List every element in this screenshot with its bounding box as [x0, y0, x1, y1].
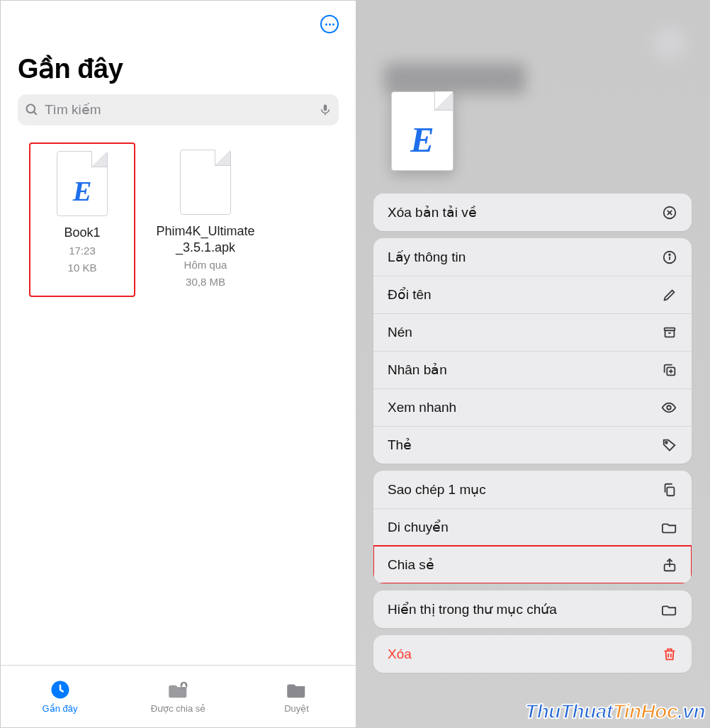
menu-quick-look[interactable]: Xem nhanh — [373, 388, 692, 426]
eye-icon — [660, 400, 677, 415]
page-title: Gần đây — [1, 33, 356, 94]
svg-line-1 — [34, 112, 37, 115]
svg-point-18 — [667, 405, 671, 410]
menu-rename[interactable]: Đổi tên — [373, 276, 692, 313]
ellipsis-icon — [325, 23, 334, 26]
menu-show-in-folder[interactable]: Hiển thị trong thư mục chứa — [373, 590, 692, 628]
circle-x-icon — [662, 205, 677, 220]
shared-folder-icon — [168, 679, 189, 700]
folder-icon — [662, 520, 677, 535]
tab-label: Được chia sẻ — [151, 703, 205, 714]
file-size: 10 KB — [32, 261, 133, 275]
menu-delete[interactable]: Xóa — [373, 635, 692, 673]
svg-rect-2 — [324, 105, 327, 111]
folder-icon — [286, 679, 308, 700]
menu-remove-download[interactable]: Xóa bản tải về — [373, 194, 692, 231]
svg-point-12 — [669, 254, 670, 255]
context-menu: Xóa bản tải về Lấy thông tin Đổi tên Nén — [373, 194, 692, 673]
tab-bar: Gần đây Được chia sẻ Duyệt — [1, 665, 356, 727]
tab-recent[interactable]: Gần đây — [1, 666, 119, 727]
file-name: Book1 — [32, 225, 133, 241]
menu-tags[interactable]: Thẻ — [373, 426, 692, 464]
tag-icon — [662, 437, 677, 453]
file-time: Hôm qua — [154, 258, 257, 272]
share-icon — [662, 557, 677, 573]
context-menu-overlay: E Xóa bản tải về Lấy thông tin Đổi tên — [356, 1, 709, 727]
menu-duplicate[interactable]: Nhân bản — [373, 351, 692, 388]
files-grid: E Book1 17:23 10 KB Phim4K_Ultimate_3.5.… — [1, 125, 356, 314]
clock-icon — [50, 679, 71, 700]
search-field[interactable] — [18, 94, 339, 125]
svg-point-0 — [27, 105, 35, 113]
search-input[interactable] — [45, 102, 313, 118]
file-icon: E — [57, 151, 108, 216]
tab-browse[interactable]: Duyệt — [237, 666, 356, 727]
file-item-book1[interactable]: E Book1 17:23 10 KB — [29, 142, 135, 297]
files-recent-pane: Gần đây E Book1 17:23 10 KB — [1, 1, 356, 727]
search-icon — [25, 103, 39, 117]
tab-label: Gần đây — [43, 703, 78, 714]
info-icon — [662, 250, 677, 265]
pencil-icon — [662, 287, 677, 303]
file-size: 30,8 MB — [154, 275, 257, 289]
svg-rect-20 — [667, 487, 674, 495]
svg-rect-13 — [665, 328, 675, 331]
excel-icon: E — [392, 119, 453, 160]
menu-move[interactable]: Di chuyển — [373, 508, 692, 546]
menu-get-info[interactable]: Lấy thông tin — [373, 238, 692, 276]
more-options-button[interactable] — [320, 15, 339, 33]
menu-share[interactable]: Chia sẻ — [373, 546, 692, 583]
trash-icon — [662, 646, 677, 662]
microphone-icon[interactable] — [319, 102, 332, 118]
archive-icon — [662, 325, 677, 340]
context-preview-file[interactable]: E — [391, 91, 453, 171]
tab-label: Duyệt — [284, 703, 309, 714]
file-name: Phim4K_Ultimate_3.5.1.apk — [154, 223, 257, 255]
file-icon — [180, 150, 231, 215]
copy-plus-icon — [662, 362, 677, 378]
excel-icon: E — [57, 174, 107, 208]
file-time: 17:23 — [32, 244, 133, 258]
svg-point-19 — [665, 442, 667, 444]
copy-icon — [662, 482, 677, 498]
menu-copy[interactable]: Sao chép 1 mục — [373, 471, 692, 508]
menu-compress[interactable]: Nén — [373, 313, 692, 351]
file-item-phim4k[interactable]: Phim4K_Ultimate_3.5.1.apk Hôm qua 30,8 M… — [152, 142, 259, 297]
folder-icon — [662, 602, 677, 617]
tab-shared[interactable]: Được chia sẻ — [119, 666, 237, 727]
